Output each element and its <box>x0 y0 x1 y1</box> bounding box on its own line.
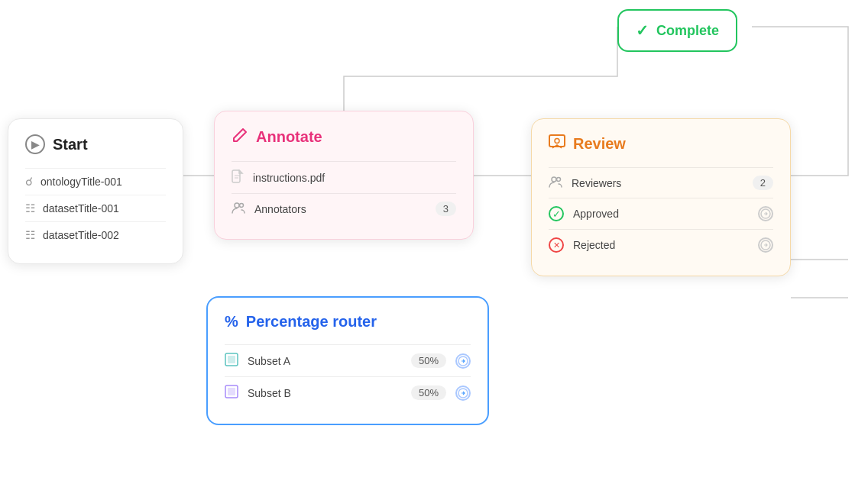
rejected-item: ✕ Rejected <box>549 229 773 260</box>
rejected-icon: ✕ <box>549 237 564 253</box>
instructions-label: instructions.pdf <box>253 172 456 184</box>
router-title-label: Percentage router <box>246 313 377 331</box>
instructions-item: instructions.pdf <box>232 161 456 193</box>
rejected-label: Rejected <box>573 239 749 251</box>
subset-b-value: 50% <box>411 385 446 400</box>
subset-a-connector <box>455 353 471 369</box>
annotate-card: Annotate instructions.pdf <box>214 111 474 240</box>
annotators-item: Annotators 3 <box>232 193 456 224</box>
start-card-title: ▶ Start <box>25 134 166 154</box>
annotators-icon <box>232 202 245 216</box>
dataset1-label: datasetTitle-001 <box>43 202 119 215</box>
start-card: ▶ Start ☌ ontologyTitle-001 ☷ datasetTit… <box>8 118 183 264</box>
subset-a-label: Subset A <box>248 355 402 367</box>
subset-a-item: Subset A 50% <box>225 344 471 376</box>
review-title-label: Review <box>573 135 626 153</box>
reviewers-badge: 2 <box>753 176 773 190</box>
approved-item: ✓ Approved <box>549 198 773 229</box>
approved-connector <box>758 206 773 221</box>
subset-a-value: 50% <box>411 353 446 368</box>
start-title-label: Start <box>53 136 88 153</box>
subset-b-connector <box>455 385 471 401</box>
annotate-card-title: Annotate <box>232 127 456 147</box>
dataset-icon-1: ☷ <box>25 202 35 215</box>
edit-icon <box>232 127 248 147</box>
ontology-icon: ☌ <box>25 175 33 189</box>
subset-a-icon <box>225 353 238 369</box>
svg-rect-16 <box>228 356 235 363</box>
router-card: % Percentage router Subset A 50% <box>206 296 489 425</box>
svg-point-10 <box>555 139 559 144</box>
svg-point-7 <box>235 203 239 208</box>
dataset1-item: ☷ datasetTitle-001 <box>25 195 166 221</box>
review-icon <box>549 134 565 153</box>
dataset2-label: datasetTitle-002 <box>43 229 119 241</box>
dataset2-item: ☷ datasetTitle-002 <box>25 221 166 248</box>
router-card-title: % Percentage router <box>225 313 471 331</box>
rejected-connector <box>758 237 773 253</box>
reviewers-icon <box>549 176 562 190</box>
svg-point-11 <box>552 177 556 182</box>
ontology-label: ontologyTitle-001 <box>40 176 122 188</box>
reviewers-item: Reviewers 2 <box>549 167 773 198</box>
subset-b-label: Subset B <box>248 387 402 399</box>
complete-label: Complete <box>656 23 719 39</box>
complete-check-icon: ✓ <box>636 21 649 40</box>
approved-icon: ✓ <box>549 206 564 221</box>
ontology-item: ☌ ontologyTitle-001 <box>25 168 166 195</box>
annotate-title-label: Annotate <box>256 128 322 146</box>
workflow-canvas: ✓ Complete ▶ Start ☌ ontologyTitle-001 ☷… <box>0 0 868 500</box>
approved-label: Approved <box>573 208 749 220</box>
subset-b-item: Subset B 50% <box>225 376 471 408</box>
svg-point-8 <box>240 204 244 208</box>
complete-node: ✓ Complete <box>617 9 737 52</box>
annotators-label: Annotators <box>254 203 426 215</box>
svg-point-12 <box>557 178 561 182</box>
play-icon: ▶ <box>25 134 45 154</box>
dataset-icon-2: ☷ <box>25 228 35 242</box>
subset-b-icon <box>225 385 238 401</box>
review-card-title: Review <box>549 134 773 153</box>
svg-rect-19 <box>228 388 235 395</box>
annotators-badge: 3 <box>436 202 456 216</box>
review-card: Review Reviewers 2 ✓ Approved <box>531 118 791 276</box>
file-icon <box>232 169 244 185</box>
percent-icon: % <box>225 313 238 331</box>
reviewers-label: Reviewers <box>572 177 743 189</box>
